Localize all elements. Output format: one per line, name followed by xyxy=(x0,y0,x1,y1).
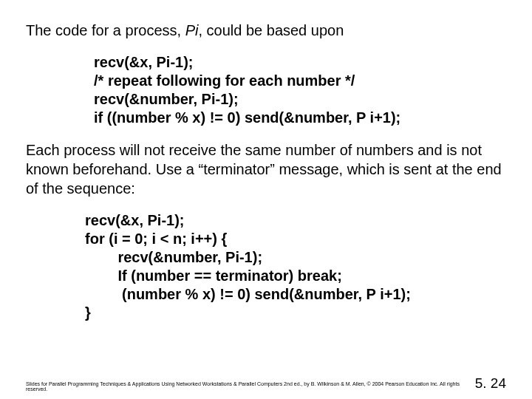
intro-prefix: The code for a process, xyxy=(26,22,185,38)
intro-pi: Pi xyxy=(185,22,199,38)
intro-suffix: , could be based upon xyxy=(198,22,344,38)
paragraph: Each process will not receive the same n… xyxy=(26,140,506,198)
code2-l4: If (number == terminator) break; xyxy=(85,267,342,284)
code2-l1: recv(&x, Pi-1); xyxy=(85,212,185,228)
code2-l2: for (i = 0; i < n; i++) { xyxy=(85,231,227,247)
code1-l1: recv(&x, Pi-1); xyxy=(94,54,194,70)
code2-l5: (number % x) != 0) send(&number, P i+1); xyxy=(85,286,411,302)
code-block-1: recv(&x, Pi-1); /* repeat following for … xyxy=(94,53,506,127)
page-number: 5. 24 xyxy=(475,375,506,392)
code-block-2: recv(&x, Pi-1); for (i = 0; i < n; i++) … xyxy=(85,211,506,322)
code2-l6: } xyxy=(85,304,91,321)
slide-content: The code for a process, Pi, could be bas… xyxy=(0,0,532,322)
footer: Slides for Parallel Programming Techniqu… xyxy=(26,375,506,392)
intro-text: The code for a process, Pi, could be bas… xyxy=(26,21,506,40)
code1-l4: if ((number % x) != 0) send(&number, P i… xyxy=(94,109,400,126)
footer-credit: Slides for Parallel Programming Techniqu… xyxy=(26,381,475,392)
code2-l3: recv(&number, Pi-1); xyxy=(85,249,262,265)
code1-l3: recv(&number, Pi-1); xyxy=(94,91,239,107)
code1-l2: /* repeat following for each number */ xyxy=(94,72,355,89)
